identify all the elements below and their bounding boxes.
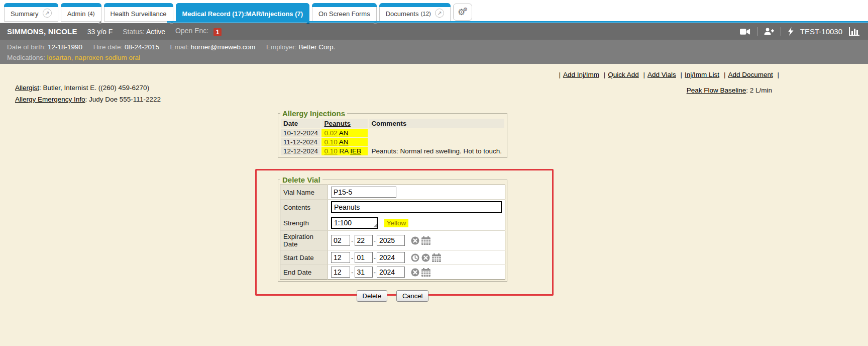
vial-color-tag: Yellow: [384, 219, 409, 227]
module-tab-bar: Summary ↗ Admin (4) Health Surveillance …: [0, 0, 868, 23]
medication-link[interactable]: losartan: [47, 54, 71, 61]
add-person-icon[interactable]: [764, 28, 774, 35]
open-enc-badge[interactable]: 1: [213, 28, 222, 36]
code-link[interactable]: AN: [339, 138, 349, 146]
chart-content-area: |Add Inj/Imm |Quick Add |Add Vials |Inj/…: [0, 64, 868, 346]
tab-documents[interactable]: Documents (12) ↗: [379, 3, 451, 22]
inj-imm-list-link[interactable]: Inj/Imm List: [685, 71, 719, 78]
tab-summary[interactable]: Summary ↗: [4, 3, 58, 22]
email-value: horner@mieweb.com: [191, 43, 256, 51]
code-link[interactable]: AN: [339, 129, 349, 137]
code-link[interactable]: IEB: [350, 147, 361, 155]
dose-link[interactable]: 0.10: [324, 138, 337, 146]
popout-icon[interactable]: ↗: [43, 9, 52, 18]
start-date-label: Start Date: [280, 250, 328, 265]
expiration-day-input[interactable]: [355, 235, 373, 246]
calendar-icon[interactable]: [432, 253, 441, 262]
emergency-info-link[interactable]: Allergy Emergency Info: [15, 96, 85, 103]
allergist-value: : Butler, Internist E. ((260) 459-6270): [39, 84, 149, 92]
end-year-input[interactable]: [377, 267, 405, 278]
injection-dose-cell: 0.02 AN: [321, 129, 368, 137]
link-separator: |: [559, 71, 561, 78]
annotation-highlight-box: Delete Vial Vial Name Contents Strength: [255, 169, 554, 296]
video-camera-icon[interactable]: [740, 28, 750, 35]
start-year-input[interactable]: [377, 252, 405, 263]
end-month-input[interactable]: [331, 267, 350, 278]
date-separator: -: [374, 269, 376, 276]
clear-date-icon[interactable]: [421, 253, 430, 262]
tab-health-surveillance[interactable]: Health Surveillance: [104, 3, 173, 22]
allergy-injections-panel: Allergy Injections Date Peanuts Comments…: [278, 109, 507, 158]
status-label: Status:: [123, 28, 145, 36]
dose-link[interactable]: 0.02: [324, 129, 337, 137]
employer-value: Better Corp.: [298, 43, 335, 51]
form-row-strength: Strength Yellow: [280, 215, 505, 231]
quick-links-row: |Add Inj/Imm |Quick Add |Add Vials |Inj/…: [556, 71, 782, 78]
employer-label: Employer:: [266, 43, 297, 51]
injection-date: 10-12-2024: [281, 129, 320, 137]
medications-label: Medications:: [7, 54, 45, 61]
delete-button[interactable]: Delete: [357, 290, 388, 302]
injection-row: 12-12-2024 0.10 RA IEB Peanuts: Normal r…: [281, 147, 504, 155]
injection-date: 11-12-2024: [281, 138, 320, 146]
cancel-button[interactable]: Cancel: [396, 290, 428, 302]
panel-title: Allergy Injections: [280, 109, 347, 118]
tab-on-screen-forms[interactable]: On Screen Forms: [312, 3, 377, 22]
clear-date-icon[interactable]: [411, 268, 419, 277]
add-vials-link[interactable]: Add Vials: [647, 71, 676, 78]
tab-admin[interactable]: Admin (4): [61, 3, 101, 22]
add-document-link[interactable]: Add Document: [728, 71, 773, 78]
open-encounters: Open Enc: 1: [175, 27, 222, 36]
patient-header-bar: SIMMONS, NICOLE 33 y/o F Status: Active …: [0, 23, 868, 40]
emergency-info-line: Allergy Emergency Info: Judy Doe 555-111…: [15, 94, 161, 105]
patient-status: Status: Active: [123, 28, 165, 36]
gears-icon: ⚙⚙: [458, 7, 468, 18]
injection-comment: [369, 129, 504, 137]
dose-link[interactable]: 0.10: [324, 147, 337, 155]
start-day-input[interactable]: [355, 252, 373, 263]
link-separator: |: [643, 71, 645, 78]
date-separator: -: [374, 237, 376, 244]
strength-input[interactable]: [331, 217, 378, 229]
status-value: Active: [146, 28, 165, 36]
allergist-link[interactable]: Allergist: [15, 84, 39, 92]
divider: [757, 27, 757, 36]
link-separator: |: [604, 71, 606, 78]
delete-vial-form: Vial Name Contents Strength Yellow: [280, 185, 505, 280]
start-month-input[interactable]: [331, 252, 350, 263]
dob-value: 12-18-1990: [48, 43, 82, 51]
column-comments: Comments: [369, 119, 504, 128]
column-date: Date: [281, 119, 320, 128]
contents-input[interactable]: [331, 201, 502, 213]
injections-table: Date Peanuts Comments 10-12-2024 0.02 AN…: [280, 118, 505, 156]
add-inj-imm-link[interactable]: Add Inj/Imm: [563, 71, 599, 78]
expiration-date-label: Expiration Date: [280, 231, 328, 250]
vial-name-input[interactable]: [331, 187, 396, 198]
clear-date-icon[interactable]: [411, 236, 419, 245]
quick-add-link[interactable]: Quick Add: [608, 71, 639, 78]
form-row-start-date: Start Date --: [280, 250, 505, 265]
patient-name: SIMMONS, NICOLE: [7, 27, 77, 36]
reaction-text: RA: [339, 147, 348, 155]
injection-dose-cell: 0.10 RA IEB: [321, 147, 368, 155]
delete-vial-panel: Delete Vial Vial Name Contents Strength: [278, 176, 507, 282]
date-separator: -: [374, 254, 376, 262]
hire-date-value: 08-24-2015: [125, 43, 159, 51]
calendar-icon[interactable]: [421, 236, 430, 245]
popout-icon[interactable]: ↗: [435, 9, 444, 18]
tab-medical-record[interactable]: Medical Record (17):MAR/Injections (7): [176, 3, 310, 22]
lightning-bolt-icon[interactable]: [788, 27, 794, 36]
bar-chart-icon[interactable]: [849, 27, 860, 36]
expiration-year-input[interactable]: [377, 235, 405, 246]
calendar-icon[interactable]: [421, 268, 430, 277]
settings-button[interactable]: ⚙⚙: [453, 4, 472, 21]
dropdown-fold-icon: [98, 21, 101, 24]
date-separator: -: [351, 269, 354, 276]
medication-link[interactable]: naproxen sodium oral: [75, 54, 140, 61]
clock-icon[interactable]: [411, 253, 419, 262]
end-day-input[interactable]: [355, 267, 373, 278]
expiration-month-input[interactable]: [331, 235, 350, 246]
tab-count: (12): [420, 10, 430, 17]
tab-count: (4): [87, 10, 94, 17]
peak-flow-link[interactable]: Peak Flow Baseline: [687, 86, 746, 94]
